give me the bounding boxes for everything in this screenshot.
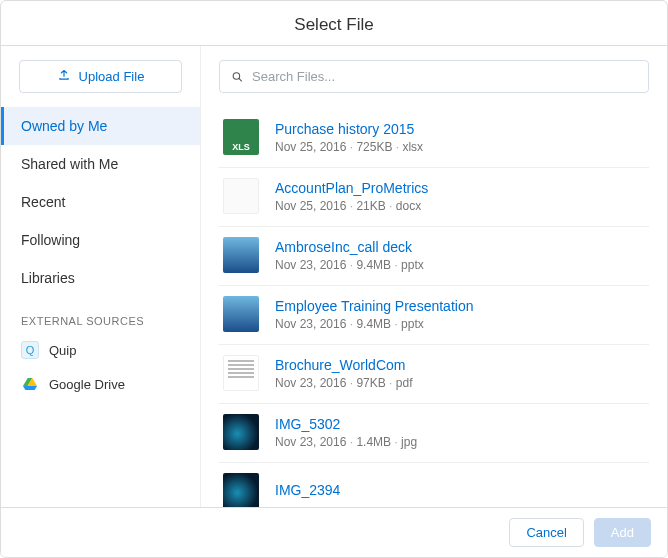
sidebar-item-owned-by-me[interactable]: Owned by Me	[1, 107, 200, 145]
file-row[interactable]: XLSPurchase history 2015Nov 25, 2016725K…	[219, 109, 649, 168]
file-info: Brochure_WorldComNov 23, 201697KBpdf	[275, 357, 412, 390]
file-name: AccountPlan_ProMetrics	[275, 180, 428, 196]
file-row[interactable]: IMG_5302Nov 23, 20161.4MBjpg	[219, 404, 649, 463]
external-sources-list: QQuipGoogle Drive	[1, 333, 200, 401]
file-list[interactable]: XLSPurchase history 2015Nov 25, 2016725K…	[219, 109, 649, 507]
search-wrap	[219, 60, 649, 93]
gdrive-icon	[21, 375, 39, 393]
external-source-label: Google Drive	[49, 377, 125, 392]
file-meta: Nov 25, 2016725KBxlsx	[275, 140, 423, 154]
quip-icon: Q	[21, 341, 39, 359]
file-thumbnail-xls-icon: XLS	[223, 119, 259, 155]
file-meta: Nov 23, 20169.4MBpptx	[275, 317, 473, 331]
file-meta: Nov 23, 20161.4MBjpg	[275, 435, 417, 449]
file-row[interactable]: AccountPlan_ProMetricsNov 25, 201621KBdo…	[219, 168, 649, 227]
file-info: AmbroseInc_call deckNov 23, 20169.4MBppt…	[275, 239, 424, 272]
file-info: Purchase history 2015Nov 25, 2016725KBxl…	[275, 121, 423, 154]
file-name: Brochure_WorldCom	[275, 357, 412, 373]
sidebar-item-following[interactable]: Following	[1, 221, 200, 259]
external-source-quip[interactable]: QQuip	[1, 333, 200, 367]
sidebar-item-shared-with-me[interactable]: Shared with Me	[1, 145, 200, 183]
dialog-title: Select File	[1, 1, 667, 46]
dialog-footer: Cancel Add	[1, 507, 667, 557]
file-thumbnail-pdf-icon	[223, 355, 259, 391]
cancel-button[interactable]: Cancel	[509, 518, 583, 547]
file-name: IMG_5302	[275, 416, 417, 432]
file-row[interactable]: Brochure_WorldComNov 23, 201697KBpdf	[219, 345, 649, 404]
main-panel: XLSPurchase history 2015Nov 25, 2016725K…	[201, 46, 667, 507]
select-file-dialog: Select File Upload File Owned by MeShare…	[0, 0, 668, 558]
svg-point-0	[233, 72, 240, 79]
file-info: AccountPlan_ProMetricsNov 25, 201621KBdo…	[275, 180, 428, 213]
file-row[interactable]: Employee Training PresentationNov 23, 20…	[219, 286, 649, 345]
file-meta: Nov 23, 201697KBpdf	[275, 376, 412, 390]
file-thumbnail-jpg-icon	[223, 414, 259, 450]
external-source-gdrive[interactable]: Google Drive	[1, 367, 200, 401]
file-name: IMG_2394	[275, 482, 340, 498]
search-input[interactable]	[219, 60, 649, 93]
sidebar: Upload File Owned by MeShared with MeRec…	[1, 46, 201, 507]
file-thumbnail-ppt-icon	[223, 296, 259, 332]
add-button[interactable]: Add	[594, 518, 651, 547]
external-sources-label: EXTERNAL SOURCES	[1, 297, 200, 333]
dialog-body: Upload File Owned by MeShared with MeRec…	[1, 46, 667, 507]
file-info: IMG_2394	[275, 482, 340, 501]
file-meta: Nov 25, 201621KBdocx	[275, 199, 428, 213]
sidebar-item-libraries[interactable]: Libraries	[1, 259, 200, 297]
upload-icon	[57, 68, 71, 85]
file-name: Purchase history 2015	[275, 121, 423, 137]
file-thumbnail-jpg-icon	[223, 473, 259, 507]
file-name: Employee Training Presentation	[275, 298, 473, 314]
sidebar-nav: Owned by MeShared with MeRecentFollowing…	[1, 107, 200, 297]
file-row[interactable]: IMG_2394	[219, 463, 649, 507]
upload-file-button[interactable]: Upload File	[19, 60, 182, 93]
file-info: IMG_5302Nov 23, 20161.4MBjpg	[275, 416, 417, 449]
file-row[interactable]: AmbroseInc_call deckNov 23, 20169.4MBppt…	[219, 227, 649, 286]
upload-label: Upload File	[79, 69, 145, 84]
file-meta: Nov 23, 20169.4MBpptx	[275, 258, 424, 272]
file-thumbnail-ppt-icon	[223, 237, 259, 273]
file-name: AmbroseInc_call deck	[275, 239, 424, 255]
file-thumbnail-blank-icon	[223, 178, 259, 214]
sidebar-item-recent[interactable]: Recent	[1, 183, 200, 221]
external-source-label: Quip	[49, 343, 76, 358]
file-info: Employee Training PresentationNov 23, 20…	[275, 298, 473, 331]
